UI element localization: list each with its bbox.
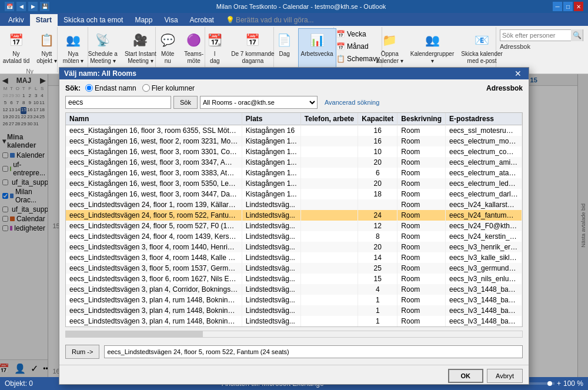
room-button[interactable]: Rum -> [65, 345, 99, 359]
app-icon: 📅 [5, 2, 14, 11]
cell-email: eecs_lv24_F0@kth.se [446, 221, 522, 231]
cell-location: Lindstedtsväg... [242, 199, 300, 210]
table-row[interactable]: eecs_Lindstedtsvägen 3, plan 4, rum 1448… [66, 316, 522, 326]
zoom-in-icon[interactable]: + [557, 379, 561, 388]
cell-description: Room [397, 199, 446, 210]
dialog-address-select[interactable]: All Rooms - orac@kth.se [200, 96, 318, 109]
cell-name: eecs_Kistagången 16, west, floor 3, room… [66, 189, 242, 199]
schedule-meeting-button[interactable]: 📡 Schedule aMeeting ▾ [85, 28, 121, 68]
cell-description: Room [397, 231, 446, 242]
cell-phone [300, 284, 358, 295]
table-row[interactable]: eecs_Kistagången 16, west, floor 3, room… [66, 168, 522, 178]
table-hscroll[interactable] [65, 331, 523, 338]
dialog-search-input[interactable] [65, 96, 171, 109]
cell-location: Lindstedtsväg... [242, 295, 300, 305]
person-search-box[interactable]: 🔍 [500, 29, 583, 41]
table-row[interactable]: eecs_Kistagången 16, west, floor 3, room… [66, 157, 522, 168]
cell-email: eecs_lv3_1448_bas2@ug.kth.s... [446, 305, 522, 316]
oppna-kalender-button[interactable]: 📁 Öppnakalender ▾ [373, 28, 406, 68]
col-header-name[interactable]: Namn [66, 113, 242, 125]
tab-mapp[interactable]: Mapp [129, 14, 158, 26]
ny-avtalad-tid-button[interactable]: 📅 Nyavtalad tid [0, 28, 32, 68]
table-row[interactable]: eecs_Lindstedtsvägen 24, floor 5, room 5… [66, 210, 522, 221]
cell-location: Kistagången 1... [242, 178, 300, 189]
radio-more-cols-label: Fler kolumner [152, 84, 195, 92]
dialog-cancel-button[interactable]: Avbryt [487, 369, 523, 383]
quick-access-back[interactable]: ◀ [16, 2, 26, 11]
col-header-email[interactable]: E-postadress [446, 113, 522, 125]
radio-more-cols[interactable]: Fler kolumner [142, 84, 195, 92]
start-instant-meeting-button[interactable]: 🎥 Start InstantMeeting ▾ [122, 28, 159, 68]
tab-beratta[interactable]: 💡 Berätta vad du vill göra... [220, 14, 320, 26]
table-row[interactable]: eecs_Lindstedtsvägen 24, floor 4, room 1… [66, 231, 522, 242]
table-row[interactable]: eecs_Lindstedtsvägen 3, plan 4, rum 1448… [66, 305, 522, 316]
ribbon-group-idag: 📆 Idag 📅 De 7 kommandedagarna [206, 27, 274, 72]
table-row[interactable]: eecs_Lindstedtsvägen 24, floor 5, room 5… [66, 221, 522, 231]
col-header-capacity[interactable]: Kapacitet [358, 113, 397, 125]
table-row[interactable]: eecs_Lindstedtsvägen 3, floor 4, room 14… [66, 252, 522, 263]
nytt-objekt-button[interactable]: 📋 Nyttobjekt ▾ [34, 28, 59, 68]
advanced-search-link[interactable]: Avancerad sökning [325, 99, 379, 106]
dialog-table-container[interactable]: Namn Plats Telefon, arbete Kapacitet Bes… [65, 112, 523, 327]
col-header-description[interactable]: Beskrivning [397, 113, 446, 125]
dialog-body: Sök: Endast namn Fler kolumner Adres [59, 79, 529, 365]
close-button[interactable]: ✕ [574, 2, 583, 11]
nya-moten-button[interactable]: 👥 Nyamöten ▾ [60, 28, 87, 68]
tab-skicka[interactable]: Skicka och ta emot [58, 14, 129, 26]
selected-room-input[interactable] [104, 345, 523, 358]
table-row[interactable]: eecs_Kistagången 16, west, floor 3, room… [66, 189, 522, 199]
dialog-search-button[interactable]: Sök [173, 96, 198, 109]
table-row[interactable]: eecs_Lindstedtsvägen 3, floor 4, room 14… [66, 242, 522, 252]
hscroll-thumb[interactable] [66, 331, 203, 337]
person-search-button[interactable]: 🔍 [571, 29, 583, 41]
person-search-input[interactable] [500, 32, 571, 39]
radio-more-cols-input[interactable] [142, 84, 150, 92]
cell-location: Lindstedtsväg... [242, 242, 300, 252]
table-row[interactable]: eecs_Kistagången 16, west, floor 3, room… [66, 146, 522, 157]
table-row[interactable]: eecs_Lindstedtsvägen 3, floor 6, room 16… [66, 274, 522, 284]
quick-access-forward[interactable]: ▶ [28, 2, 38, 11]
cell-email: eecs_electrum_amiga@ug.kth [446, 157, 522, 168]
tab-acrobat[interactable]: Acrobat [184, 14, 220, 26]
mote-nu-button[interactable]: 💬 Mötenu [155, 28, 180, 68]
idag-button[interactable]: 📆 Idag [202, 28, 227, 68]
ribbon-view-buttons: 📄 Dag 📊 Arbetsvecka [272, 28, 336, 71]
table-row[interactable]: eecs_Lindstedtsvägen 24, floor 1, room 1… [66, 199, 522, 210]
col-header-phone[interactable]: Telefon, arbete [300, 113, 358, 125]
table-row[interactable]: eecs_Lindstedtsvägen 3, plan 4, Corridor… [66, 284, 522, 295]
tab-arkiv[interactable]: Arkiv [2, 14, 30, 26]
cell-name: eecs_Lindstedtsvägen 3, floor 6, room 16… [66, 274, 242, 284]
cell-description: Room [397, 274, 446, 284]
cell-phone [300, 178, 358, 189]
tab-start[interactable]: Start [30, 14, 58, 26]
dialog-table: Namn Plats Telefon, arbete Kapacitet Bes… [66, 113, 522, 326]
cell-phone [300, 221, 358, 231]
tab-visa[interactable]: Visa [158, 14, 183, 26]
table-row[interactable]: eecs_Kistagången 16, west, floor 2, room… [66, 136, 522, 146]
oppna-label: Öppnakalender ▾ [376, 51, 403, 65]
addressbook-button[interactable]: Adressbok [500, 43, 583, 50]
radio-only-name-input[interactable] [85, 84, 93, 92]
ribbon-mote-nu-buttons: 💬 Mötenu 🟣 Teams-möte [155, 28, 206, 71]
cell-description: Room [397, 221, 446, 231]
kalendergrupper-button[interactable]: 👥 Kalendergrupper▾ [407, 28, 457, 68]
dag-button[interactable]: 📄 Dag [272, 28, 297, 68]
cell-description: Room [397, 168, 446, 178]
dialog-close-button[interactable]: ✕ [512, 68, 524, 79]
minimize-button[interactable]: ─ [553, 2, 562, 11]
table-row[interactable]: eecs_Kistagången 16, floor 3, room 6355,… [66, 125, 522, 136]
radio-only-name[interactable]: Endast namn [85, 84, 136, 92]
table-row[interactable]: eecs_Lindstedtsvägen 3, plan 4, rum 1448… [66, 295, 522, 305]
col-header-location[interactable]: Plats [242, 113, 300, 125]
arbetsvecka-button[interactable]: 📊 Arbetsvecka [298, 28, 336, 68]
sju-dagar-button[interactable]: 📅 De 7 kommandedagarna [228, 28, 277, 68]
quick-access-save[interactable]: 💾 [40, 2, 49, 11]
address-book-label: Adressbok [486, 84, 523, 92]
arbetsvecka-icon: 📊 [308, 31, 326, 49]
dialog-ok-button[interactable]: OK [448, 369, 484, 383]
maximize-button[interactable]: □ [563, 2, 573, 11]
table-row[interactable]: eecs_Kistagången 16, west, floor 3, room… [66, 178, 522, 189]
calendar-new-icon: 📅 [6, 31, 25, 49]
table-row[interactable]: eecs_Lindstedtsvägen 3, floor 5, room 15… [66, 263, 522, 274]
modal-overlay: Välj namn: All Rooms ✕ Sök: Endast namn [0, 74, 588, 377]
